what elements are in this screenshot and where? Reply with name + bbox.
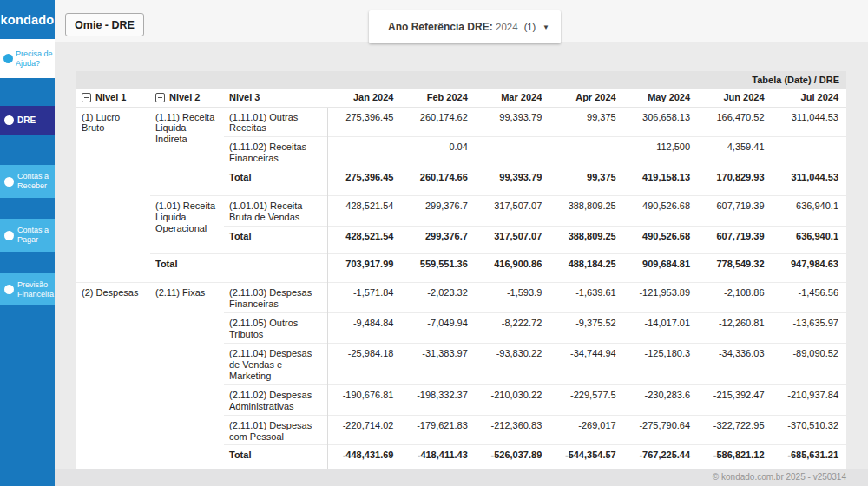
table-row: (1.01) Receita Liquida Operacional(1.01.…	[76, 195, 846, 226]
value-cell: -93,830.22	[476, 343, 549, 384]
value-cell: 299,376.7	[401, 226, 475, 254]
value-cell: 275,396.45	[327, 107, 401, 137]
column-header-jul-2024: Jul 2024	[773, 89, 846, 107]
nivel2-cell: (1.01) Receita Liquida Operacional	[150, 195, 224, 253]
filter-value: 2024	[496, 22, 518, 32]
value-cell: 4,359.41	[698, 137, 772, 167]
copyright-text: © kondado.com.br 2025 - v250314	[713, 472, 846, 482]
value-cell: -215,392.47	[698, 384, 772, 415]
column-header-inner: Nivel 1	[82, 92, 145, 102]
table-title: Tabela (Date) / DRE	[76, 71, 846, 89]
report-title-button[interactable]: Omie - DRE	[65, 13, 144, 36]
nivel3-cell: (1.11.02) Receitas Financeiras	[224, 137, 327, 167]
value-cell: 636,940.1	[773, 195, 846, 226]
value-cell: 636,940.1	[773, 226, 846, 254]
filter-right: (1) ▼	[524, 22, 549, 32]
table-header: Nivel 1Nivel 2Nivel 3Jan 2024Feb 2024Mar…	[76, 89, 846, 107]
nivel3-cell: (2.11.01) Despesas com Pessoal	[224, 415, 327, 445]
value-cell: -1,456.56	[773, 282, 846, 312]
column-header-inner: Nivel 3	[229, 92, 322, 102]
value-cell: 275,396.45	[327, 167, 401, 196]
value-cell: -210,937.84	[773, 384, 846, 415]
nivel2-cell: (2.11) Fixas	[150, 282, 224, 473]
value-cell: -	[773, 137, 846, 167]
dot-icon	[4, 285, 14, 294]
value-cell: 299,376.7	[401, 195, 475, 226]
value-cell: 99,393.79	[476, 167, 549, 196]
value-cell: -12,260.81	[698, 312, 772, 343]
sidebar-item-label: DRE	[17, 115, 36, 126]
value-cell: 559,551.36	[401, 254, 475, 283]
sidebar-item-label: Contas a Pagar	[17, 226, 53, 245]
column-header-inner: Nivel 2	[155, 92, 219, 102]
column-header-label: Nivel 1	[95, 92, 126, 102]
help-label: Precisa de Ajuda?	[16, 49, 53, 69]
nivel1-cell: (2) Despesas	[76, 282, 150, 473]
section-total-row: Total703,917.99559,551.36416,900.86488,1…	[76, 254, 846, 283]
value-cell: 306,658.13	[624, 107, 698, 137]
value-cell: -14,017.01	[624, 312, 698, 343]
value-cell: 388,809.25	[549, 226, 623, 254]
nivel1-cell: (1) Lucro Bruto	[76, 107, 150, 282]
section-total-label: Total	[150, 254, 327, 283]
value-cell: 607,719.39	[698, 195, 772, 226]
collapse-icon[interactable]	[155, 93, 165, 102]
column-header-jun-2024: Jun 2024	[698, 89, 772, 107]
value-cell: 416,900.86	[476, 254, 549, 283]
table-row: (1) Lucro Bruto(1.11) Receita Liquida In…	[76, 107, 846, 137]
logo-text: kondado	[1, 13, 55, 27]
value-cell: -7,049.94	[401, 312, 475, 343]
value-cell: -13,635.97	[773, 312, 846, 343]
table-row: (2) Despesas(2.11) Fixas(2.11.03) Despes…	[76, 282, 846, 312]
value-cell: 0.04	[401, 137, 475, 167]
value-cell: 170,829.93	[698, 167, 772, 196]
sidebar: kondado Precisa de Ajuda? DRE Contas a R…	[0, 0, 55, 486]
column-header-nivel-1: Nivel 1	[76, 89, 150, 107]
filter-separator: :	[490, 21, 493, 33]
sidebar-item-contas-a-receber[interactable]: Contas a Receber	[0, 165, 55, 198]
sidebar-item-contas-a-pagar[interactable]: Contas a Pagar	[0, 219, 55, 252]
nivel3-cell: Total	[224, 226, 327, 254]
value-cell: -1,571.84	[327, 282, 401, 312]
value-cell: 112,500	[624, 137, 698, 167]
value-cell: 260,174.62	[401, 107, 475, 137]
value-cell: -2,023.32	[401, 282, 475, 312]
value-cell: 428,521.54	[327, 195, 401, 226]
column-header-may-2024: May 2024	[624, 89, 698, 107]
value-cell: -370,510.32	[773, 415, 846, 445]
value-cell: 428,521.54	[327, 226, 401, 254]
value-cell: -31,383.97	[401, 343, 475, 384]
dre-table: Nivel 1Nivel 2Nivel 3Jan 2024Feb 2024Mar…	[76, 89, 846, 486]
nivel3-cell: (1.01.01) Receita Bruta de Vendas	[224, 195, 327, 226]
value-cell: -1,639.61	[549, 282, 623, 312]
value-cell: 311,044.53	[773, 107, 846, 137]
sidebar-item-help[interactable]: Precisa de Ajuda?	[0, 39, 55, 78]
kondado-logo: kondado	[0, 0, 55, 39]
value-cell: 99,393.79	[476, 107, 549, 137]
value-cell: -125,180.3	[624, 343, 698, 384]
value-cell: -34,744.94	[549, 343, 623, 384]
collapse-icon[interactable]	[82, 93, 91, 102]
sidebar-item-previsao-financeira[interactable]: Previsão Financeira	[0, 273, 55, 305]
value-cell: -	[549, 137, 623, 167]
column-header-jan-2024: Jan 2024	[327, 89, 401, 107]
value-cell: -275,790.64	[624, 415, 698, 445]
value-cell: 703,917.99	[327, 254, 401, 283]
sidebar-item-dre[interactable]: DRE	[0, 106, 55, 135]
help-dot-icon	[3, 54, 13, 63]
value-cell: 317,507.07	[476, 226, 549, 254]
chevron-down-icon: ▼	[542, 23, 549, 31]
value-cell: 778,549.32	[698, 254, 772, 283]
year-filter-dropdown[interactable]: Ano Referência DRE: 2024 (1) ▼	[369, 10, 561, 43]
value-cell: -212,360.83	[476, 415, 549, 445]
nivel3-cell: (2.11.04) Despesas de Vendas e Marketing	[224, 343, 327, 384]
value-cell: 388,809.25	[549, 195, 623, 226]
value-cell: 490,526.68	[624, 226, 698, 254]
value-cell: -190,676.81	[327, 384, 401, 415]
column-header-label: Nivel 2	[169, 92, 200, 102]
value-cell: -210,030.22	[476, 384, 549, 415]
column-header-nivel-2: Nivel 2	[150, 89, 224, 107]
value-cell: -198,332.37	[401, 384, 475, 415]
value-cell: 419,158.13	[624, 167, 698, 196]
value-cell: -230,283.6	[624, 384, 698, 415]
